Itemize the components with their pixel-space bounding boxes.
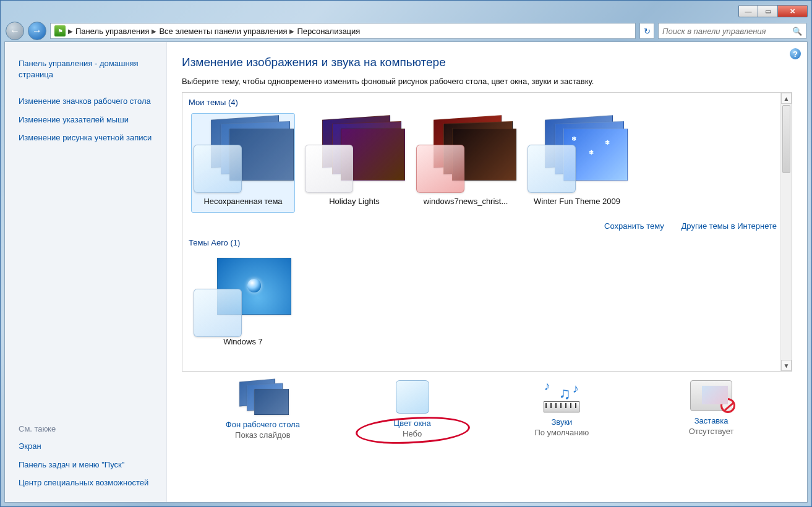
search-box[interactable]: 🔍 bbox=[658, 23, 806, 39]
sounds-button[interactable]: ♪ ♫ ♪ Звуки По умолчанию bbox=[487, 380, 636, 437]
screensaver-button[interactable]: Заставка Отсутствует bbox=[637, 380, 785, 436]
sidebar-link-mouse-pointers[interactable]: Изменение указателей мыши bbox=[19, 111, 159, 129]
bottom-settings-row: Фон рабочего стола Показ слайдов Цвет ок… bbox=[182, 372, 792, 443]
sidebar-link-ease-of-access[interactable]: Центр специальных возможностей bbox=[19, 474, 159, 492]
back-button[interactable]: ← bbox=[6, 22, 24, 40]
theme-thumbnail bbox=[194, 117, 293, 192]
setting-title: Цвет окна bbox=[338, 419, 487, 428]
address-bar[interactable]: ⚑ ▶ Панель управления ▶ Все элементы пан… bbox=[50, 23, 636, 39]
scroll-up-button[interactable]: ▲ bbox=[781, 93, 792, 104]
my-themes-row: Несохраненная тема Holiday Lights bbox=[182, 109, 792, 216]
theme-label: Windows 7 bbox=[193, 337, 293, 346]
theme-unsaved[interactable]: Несохраненная тема bbox=[191, 113, 295, 213]
none-icon bbox=[720, 398, 735, 413]
save-theme-link[interactable]: Сохранить тему bbox=[604, 221, 664, 231]
search-input[interactable] bbox=[662, 27, 792, 36]
minimize-button[interactable]: — bbox=[738, 5, 758, 17]
theme-winter-fun-2009[interactable]: ❄❄❄ Winter Fun Theme 2009 bbox=[525, 113, 629, 213]
sidebar: Панель управления - домашняя страница Из… bbox=[5, 42, 167, 502]
aero-themes-row: Windows 7 bbox=[182, 250, 792, 357]
main-pane: Изменение изображения и звука на компьют… bbox=[167, 42, 807, 502]
see-also-label: См. также bbox=[19, 420, 159, 437]
arrow-right-icon: → bbox=[32, 25, 42, 36]
theme-thumbnail: ❄❄❄ bbox=[528, 117, 626, 192]
scroll-thumb[interactable] bbox=[782, 105, 790, 173]
nav-row: ← → ⚑ ▶ Панель управления ▶ Все элементы… bbox=[4, 20, 808, 41]
setting-value: Небо bbox=[338, 429, 487, 438]
window-color-icon bbox=[396, 380, 429, 414]
setting-value: Показ слайдов bbox=[189, 430, 337, 440]
theme-windows-7[interactable]: Windows 7 bbox=[191, 254, 295, 353]
theme-label: Несохраненная тема bbox=[193, 197, 293, 206]
theme-label: windows7news_christ... bbox=[416, 197, 516, 206]
theme-thumbnail bbox=[416, 117, 515, 192]
scrollbar[interactable]: ▲ ▼ bbox=[780, 93, 792, 371]
breadcrumb-item[interactable]: Персонализация bbox=[297, 27, 360, 36]
content-body: ? Панель управления - домашняя страница … bbox=[4, 41, 808, 503]
page-title: Изменение изображения и звука на компьют… bbox=[182, 56, 792, 69]
theme-action-links: Сохранить тему Другие темы в Интернете bbox=[182, 216, 792, 236]
setting-title: Заставка bbox=[637, 416, 785, 425]
page-description: Выберите тему, чтобы одновременно измени… bbox=[182, 77, 792, 86]
sidebar-link-account-picture[interactable]: Изменение рисунка учетной записи bbox=[19, 129, 159, 147]
sidebar-link-display[interactable]: Экран bbox=[19, 437, 159, 456]
group-aero-title: Темы Aero (1) bbox=[182, 236, 792, 250]
more-themes-link[interactable]: Другие темы в Интернете bbox=[682, 221, 777, 231]
sidebar-link-taskbar[interactable]: Панель задач и меню "Пуск" bbox=[19, 456, 159, 474]
breadcrumb-item[interactable]: Все элементы панели управления bbox=[159, 27, 287, 36]
control-panel-icon: ⚑ bbox=[54, 25, 66, 36]
close-button[interactable]: ✕ bbox=[778, 5, 808, 17]
window-color-button[interactable]: Цвет окна Небо bbox=[338, 380, 487, 438]
theme-windows7news-christ[interactable]: windows7news_christ... bbox=[414, 113, 518, 213]
refresh-icon: ↻ bbox=[644, 27, 651, 36]
window-frame: — ▭ ✕ ← → ⚑ ▶ Панель управления ▶ Все эл… bbox=[0, 0, 812, 507]
arrow-left-icon: ← bbox=[10, 25, 20, 36]
chevron-right-icon: ▶ bbox=[152, 28, 156, 35]
theme-thumbnail bbox=[194, 258, 293, 332]
setting-title: Фон рабочего стола bbox=[189, 420, 337, 429]
themes-area: Мои темы (4) Несохраненная тема bbox=[182, 92, 792, 372]
sidebar-home-link[interactable]: Панель управления - домашняя страница bbox=[19, 54, 159, 83]
refresh-button[interactable]: ↻ bbox=[639, 23, 654, 39]
theme-thumbnail bbox=[305, 117, 404, 192]
chevron-right-icon: ▶ bbox=[289, 28, 294, 35]
screensaver-icon bbox=[690, 380, 732, 411]
theme-label: Winter Fun Theme 2009 bbox=[527, 197, 627, 206]
title-bar: — ▭ ✕ bbox=[4, 4, 808, 18]
sidebar-link-desktop-icons[interactable]: Изменение значков рабочего стола bbox=[19, 92, 159, 111]
chevron-right-icon: ▶ bbox=[68, 28, 73, 35]
forward-button[interactable]: → bbox=[28, 22, 46, 40]
group-my-themes-title: Мои темы (4) bbox=[182, 95, 792, 109]
scroll-down-button[interactable]: ▼ bbox=[781, 360, 792, 371]
maximize-button[interactable]: ▭ bbox=[758, 5, 778, 17]
setting-value: По умолчанию bbox=[487, 428, 636, 437]
theme-holiday-lights[interactable]: Holiday Lights bbox=[302, 113, 406, 213]
setting-value: Отсутствует bbox=[637, 427, 785, 436]
search-icon: 🔍 bbox=[792, 27, 802, 36]
sounds-icon: ♪ ♫ ♪ bbox=[540, 380, 583, 412]
breadcrumb-item[interactable]: Панель управления bbox=[75, 27, 149, 36]
theme-label: Holiday Lights bbox=[304, 197, 404, 206]
desktop-background-button[interactable]: Фон рабочего стола Показ слайдов bbox=[189, 380, 337, 440]
setting-title: Звуки bbox=[487, 417, 636, 427]
